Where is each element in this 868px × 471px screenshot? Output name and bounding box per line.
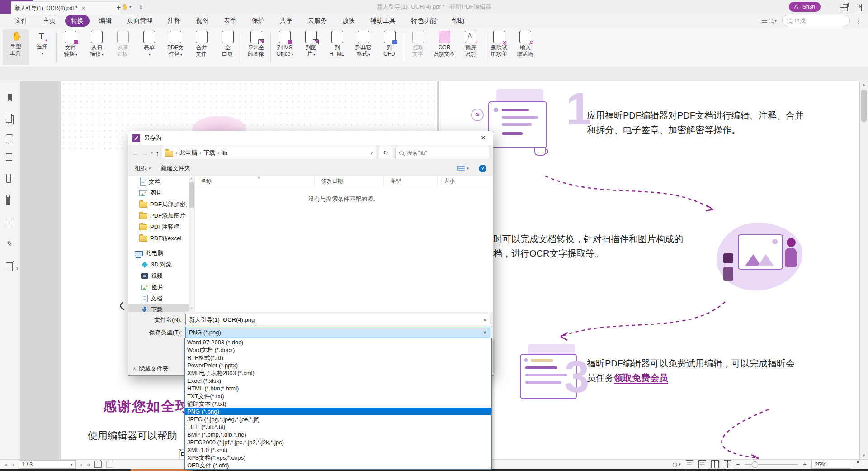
fit-screen-icon[interactable] bbox=[857, 461, 863, 467]
history-dropdown-icon[interactable]: ▾ bbox=[151, 151, 153, 155]
file-type-option[interactable]: XML 1.0 (*.xml) bbox=[185, 446, 491, 454]
nav-tree-item[interactable]: 下载 bbox=[128, 304, 194, 312]
column-date[interactable]: 修改日期 bbox=[315, 176, 384, 186]
ribbon-button[interactable]: 到 HTML bbox=[324, 29, 350, 65]
nav-tree-item[interactable]: 3D 对象 bbox=[128, 259, 194, 270]
file-type-option[interactable]: XML电子表格2003 (*.xml) bbox=[185, 369, 491, 377]
comments-icon[interactable] bbox=[6, 134, 13, 143]
view-mode-button[interactable]: ▾ bbox=[457, 166, 469, 171]
nav-tree-item[interactable]: 视频 bbox=[128, 270, 194, 281]
nav-tree-item[interactable]: PDF转excel bbox=[128, 233, 194, 244]
menu-item[interactable]: 视图 bbox=[190, 15, 214, 27]
ribbon-button[interactable]: 到图 片▾ bbox=[298, 29, 324, 65]
nav-tree-item[interactable]: 文档 bbox=[128, 293, 194, 304]
page-grid-view-icon[interactable] bbox=[724, 460, 731, 468]
ribbon-button[interactable]: 输入 激活码 bbox=[512, 29, 538, 65]
breadcrumb-item[interactable]: ›下载 bbox=[199, 149, 215, 157]
file-type-option[interactable]: Word文档 (*.docx) bbox=[185, 346, 491, 354]
reading-mode-icon[interactable] bbox=[854, 4, 862, 11]
ribbon-button[interactable]: OCR 识别文本 bbox=[431, 29, 458, 65]
layers-icon[interactable] bbox=[6, 153, 12, 161]
prev-page-icon[interactable]: ‹ bbox=[12, 461, 14, 468]
menu-item[interactable]: 云服务 bbox=[302, 15, 333, 27]
ribbon-button[interactable]: 手型 工具 bbox=[3, 29, 29, 65]
zoom-level[interactable]: 25% bbox=[811, 460, 852, 469]
menu-item[interactable]: 页面管理 bbox=[121, 15, 158, 27]
zoom-slider-knob[interactable] bbox=[752, 461, 758, 468]
menu-item[interactable]: 注释 bbox=[162, 15, 186, 27]
breadcrumb-item[interactable]: ›此电脑 bbox=[175, 149, 197, 157]
file-type-option[interactable]: OFD文件 (*.ofd) bbox=[185, 461, 491, 469]
find-list-icon[interactable]: ▾ bbox=[762, 19, 777, 23]
breadcrumb-dropdown-icon[interactable]: ∨ bbox=[370, 151, 373, 155]
menu-item[interactable]: 编辑 bbox=[93, 15, 118, 27]
file-type-option[interactable]: HTML (*.htm;*.html) bbox=[185, 385, 491, 392]
scrollbar-thumb[interactable] bbox=[861, 90, 867, 122]
signature-icon[interactable] bbox=[6, 239, 14, 247]
document-tab[interactable]: 新人引导(1)_OCR(4).pdf * ✕ bbox=[11, 1, 120, 15]
nav-tree-item[interactable]: 此电脑 bbox=[128, 247, 194, 259]
file-type-option[interactable]: XPS文档(*.xps,*.oxps) bbox=[185, 454, 491, 461]
dialog-close-icon[interactable]: ✕ bbox=[474, 131, 493, 145]
menu-item[interactable]: 放映 bbox=[336, 15, 361, 27]
menu-item[interactable]: 文件 bbox=[9, 15, 33, 27]
page-thumbnails-icon[interactable] bbox=[6, 114, 12, 123]
dialog-search-input[interactable]: 搜索"lib" bbox=[395, 147, 489, 159]
file-type-option[interactable]: BMP (*.bmp,*.dib,*.rle) bbox=[185, 431, 491, 438]
hand-tool-icon[interactable] bbox=[121, 4, 128, 10]
file-type-option[interactable]: TIFF (*.tiff,*.tif) bbox=[185, 423, 491, 431]
menu-item[interactable]: 转换 bbox=[65, 15, 90, 27]
single-page-icon[interactable] bbox=[686, 460, 693, 468]
ribbon-button[interactable]: 到其它 格式▾ bbox=[350, 29, 377, 65]
up-icon[interactable]: ↑ bbox=[156, 149, 160, 157]
ribbon-button[interactable]: 表单 ▾ bbox=[136, 29, 162, 65]
page-grid-icon[interactable] bbox=[840, 4, 848, 11]
bookmark-icon[interactable] bbox=[7, 94, 13, 102]
security-icon[interactable] bbox=[6, 197, 10, 205]
last-page-icon[interactable]: » bbox=[87, 461, 90, 468]
new-tab-icon[interactable]: + bbox=[117, 4, 121, 12]
file-type-option[interactable]: TXT文件(*.txt) bbox=[185, 392, 491, 400]
file-type-option[interactable]: Excel (*.xlsx) bbox=[185, 377, 491, 385]
zoom-in-icon[interactable]: + bbox=[803, 461, 807, 468]
dialog-title-bar[interactable]: 另存为 bbox=[128, 131, 493, 145]
user-account-badge[interactable]: A - Sh3n bbox=[789, 2, 821, 12]
share-icon[interactable] bbox=[6, 262, 13, 271]
hide-folders-button[interactable]: ∧ 隐藏文件夹 bbox=[133, 365, 169, 373]
ribbon-button[interactable]: 到 MS Office▾ bbox=[272, 29, 298, 65]
facing-pages-icon[interactable] bbox=[711, 460, 719, 468]
menu-item[interactable]: 特色功能 bbox=[405, 15, 442, 27]
page-indicator[interactable]: 1 / 3▾ bbox=[19, 460, 76, 469]
organize-button[interactable]: 组织▾ bbox=[135, 164, 151, 172]
column-size[interactable]: 大小 bbox=[438, 176, 493, 186]
clipboard-icon[interactable] bbox=[106, 461, 113, 468]
nav-tree-item[interactable]: PDF添加图片 bbox=[128, 210, 194, 221]
refresh-icon[interactable]: ↻ bbox=[379, 147, 392, 159]
menu-item[interactable]: 保护 bbox=[246, 15, 270, 27]
find-input[interactable]: 查找 bbox=[782, 15, 850, 26]
menu-item[interactable]: 帮助 bbox=[446, 15, 470, 27]
ribbon-button[interactable]: 合并 文件 bbox=[189, 29, 215, 65]
file-name-input[interactable]: 新人引导(1)_OCR(4).png∨ bbox=[185, 314, 490, 325]
next-page-icon[interactable]: › bbox=[80, 461, 82, 468]
column-type[interactable]: 类型 bbox=[384, 176, 437, 186]
menu-item[interactable]: 辅助工具 bbox=[364, 15, 401, 27]
expand-panel-icon[interactable]: › bbox=[16, 265, 18, 271]
breadcrumb-item[interactable]: ›lib bbox=[217, 150, 227, 157]
chevron-down-icon[interactable]: ∨ bbox=[483, 317, 486, 322]
file-type-option[interactable]: PowerPoint (*.pptx) bbox=[185, 362, 491, 369]
overflow-menu-icon[interactable]: ⋮ bbox=[855, 17, 862, 24]
tab-close-icon[interactable]: ✕ bbox=[81, 5, 85, 11]
save-type-select[interactable]: PNG (*.png)∨ bbox=[185, 327, 490, 338]
zoom-out-icon[interactable]: − bbox=[736, 461, 740, 468]
first-page-icon[interactable]: « bbox=[5, 461, 8, 468]
ribbon-button[interactable]: 选择 ▾ bbox=[29, 29, 55, 65]
ribbon-button[interactable]: 提取 文字 bbox=[405, 29, 431, 65]
ribbon-button[interactable]: PDF文 件包▾ bbox=[162, 29, 189, 65]
ribbon-button[interactable] bbox=[56, 32, 57, 63]
menu-item[interactable]: 主页 bbox=[37, 15, 61, 27]
new-folder-button[interactable]: 新建文件夹 bbox=[161, 164, 190, 172]
nav-tree-item[interactable]: PDF局部加密、P bbox=[128, 199, 194, 210]
ribbon-button[interactable]: 文件 转换▾ bbox=[57, 29, 84, 65]
nav-scroll-up-icon[interactable]: ∧ bbox=[189, 176, 194, 182]
